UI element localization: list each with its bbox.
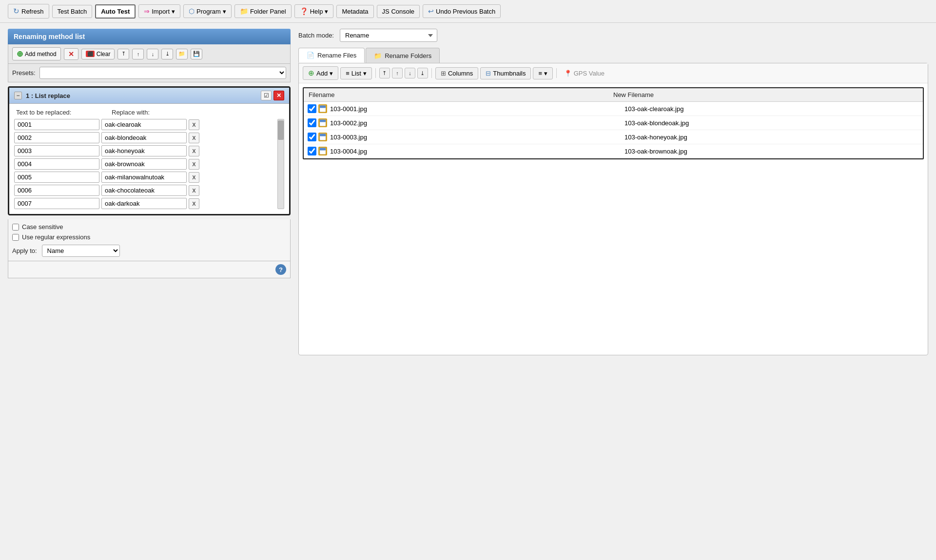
thumbnails-button[interactable]: ⊟ Thumbnails	[480, 67, 531, 79]
case-sensitive-checkbox[interactable]	[12, 224, 19, 231]
file-row[interactable]: 103-0002.jpg 103-oak-blondeoak.jpg	[304, 116, 923, 130]
card-close-button[interactable]: ✕	[273, 91, 284, 100]
file-move-up-button[interactable]: ↑	[392, 68, 403, 78]
replace-input-5[interactable]	[101, 185, 187, 196]
add-file-button[interactable]: ⊕ Add ▾	[303, 66, 338, 80]
file-row[interactable]: 103-0001.jpg 103-oak-clearoak.jpg	[304, 102, 923, 116]
clear-button[interactable]: ⬛ Clear	[81, 49, 115, 59]
file-new-name-1: 103-oak-blondeoak.jpg	[624, 119, 919, 127]
find-input-5[interactable]	[14, 185, 99, 196]
file-rows: 103-0001.jpg 103-oak-clearoak.jpg 103-00…	[304, 102, 923, 158]
col-new-filename-header: New Filename	[613, 91, 918, 98]
file-list-header: Filename New Filename	[304, 88, 923, 102]
file-table-area: ⊕ Add ▾ ≡ List ▾ ⤒ ↑ ↓ ⤓ ⊞ Columns	[298, 63, 928, 355]
file-row[interactable]: 103-0004.jpg 103-oak-brownoak.jpg	[304, 144, 923, 158]
move-up-button[interactable]: ↑	[132, 49, 144, 59]
use-regex-checkbox[interactable]	[12, 234, 19, 241]
card-header: − 1 : List replace ☑ ✕	[9, 88, 289, 104]
find-input-4[interactable]	[14, 172, 99, 183]
file-toolbar: ⊕ Add ▾ ≡ List ▾ ⤒ ↑ ↓ ⤓ ⊞ Columns	[299, 63, 928, 83]
remove-row-button-0[interactable]: X	[189, 119, 199, 130]
apply-to-select[interactable]: Name Extension Name + Extension	[42, 245, 120, 257]
card-title-row: − 1 : List replace	[14, 92, 70, 99]
file-move-top-button[interactable]: ⤒	[379, 68, 390, 78]
remove-row-button-1[interactable]: X	[189, 133, 199, 143]
replace-input-6[interactable]	[101, 198, 187, 209]
file-new-name-0: 103-oak-clearoak.jpg	[624, 105, 919, 113]
help-circle-button[interactable]: ?	[275, 264, 286, 275]
add-method-button[interactable]: ⊕ Add method	[12, 47, 61, 60]
auto-test-button[interactable]: Auto Test	[95, 4, 136, 19]
batch-mode-select[interactable]: Rename Copy Move Link	[340, 29, 437, 42]
program-dropdown-icon: ▾	[223, 8, 226, 15]
tab-rename-folders[interactable]: 📁 Rename Folders	[366, 48, 440, 63]
apply-to-row: Apply to: Name Extension Name + Extensio…	[12, 245, 286, 257]
file-move-bottom-button[interactable]: ⤓	[417, 68, 428, 78]
presets-select[interactable]	[39, 67, 286, 79]
remove-row-button-6[interactable]: X	[189, 198, 199, 209]
replace-rows: X X X X X X X	[14, 119, 274, 209]
find-input-0[interactable]	[14, 119, 99, 130]
card-minimize-button[interactable]: −	[14, 92, 22, 99]
replace-input-4[interactable]	[101, 172, 187, 183]
test-batch-button[interactable]: Test Batch	[52, 5, 93, 18]
presets-label: Presets:	[12, 69, 36, 77]
replace-input-0[interactable]	[101, 119, 187, 130]
metadata-button[interactable]: Metadata	[336, 5, 373, 18]
add-icon: ⊕	[17, 49, 23, 58]
file-icon-0	[318, 104, 327, 113]
save-button[interactable]: 💾	[191, 49, 202, 59]
left-panel: Renaming method list ⊕ Add method ✕ ⬛ Cl…	[8, 29, 291, 278]
delete-button[interactable]: ✕	[64, 48, 78, 60]
help-dropdown-icon: ▾	[325, 8, 328, 15]
svg-rect-1	[320, 106, 326, 108]
remove-row-button-3[interactable]: X	[189, 159, 199, 170]
file-new-name-3: 103-oak-brownoak.jpg	[624, 148, 919, 155]
move-bottom-button[interactable]: ⤓	[161, 49, 173, 59]
move-down-button[interactable]: ↓	[147, 49, 158, 59]
file-icon-3	[318, 147, 327, 155]
remove-row-button-5[interactable]: X	[189, 185, 199, 196]
help-button[interactable]: ❓ Help ▾	[294, 4, 334, 18]
remove-row-button-2[interactable]: X	[189, 146, 199, 156]
find-input-6[interactable]	[14, 198, 99, 209]
list-button[interactable]: ≡ List ▾	[340, 67, 372, 79]
move-top-button[interactable]: ⤒	[117, 49, 129, 59]
file-icon-2	[318, 133, 327, 141]
file-checkbox-0[interactable]	[308, 104, 316, 113]
file-move-down-button[interactable]: ↓	[405, 68, 415, 78]
card-check-button[interactable]: ☑	[261, 91, 272, 100]
thumbnails-icon: ⊟	[486, 70, 491, 77]
undo-button[interactable]: ↩ Undo Previous Batch	[423, 4, 501, 18]
replace-row: X	[14, 185, 274, 196]
folder-panel-button[interactable]: 📁 Folder Panel	[234, 4, 292, 18]
find-input-1[interactable]	[14, 132, 99, 143]
file-checkbox-2[interactable]	[308, 133, 316, 141]
file-checkbox-3[interactable]	[308, 147, 316, 155]
js-console-button[interactable]: JS Console	[377, 5, 420, 18]
gps-icon: 📍	[564, 70, 572, 77]
find-input-3[interactable]	[14, 158, 99, 170]
view-options-button[interactable]: ≡ ▾	[533, 67, 553, 79]
scrollbar-thumb	[278, 120, 284, 140]
replace-row: X	[14, 172, 274, 183]
columns-button[interactable]: ⊞ Columns	[435, 67, 478, 79]
refresh-button[interactable]: ↻ Refresh	[8, 4, 49, 19]
file-icon-1	[318, 118, 327, 127]
scrollbar[interactable]	[277, 119, 284, 209]
remove-row-button-4[interactable]: X	[189, 172, 199, 183]
replace-input-3[interactable]	[101, 158, 187, 170]
add-file-icon: ⊕	[308, 69, 314, 77]
replace-input-1[interactable]	[101, 132, 187, 143]
program-button[interactable]: ⬡ Program ▾	[183, 4, 232, 18]
file-checkbox-1[interactable]	[308, 118, 316, 127]
file-row[interactable]: 103-0003.jpg 103-oak-honeyoak.jpg	[304, 130, 923, 144]
main-layout: Renaming method list ⊕ Add method ✕ ⬛ Cl…	[0, 23, 936, 361]
import-button[interactable]: ⇒ Import ▾	[138, 4, 180, 18]
folder-save-button[interactable]: 📁	[176, 49, 188, 59]
find-input-2[interactable]	[14, 145, 99, 156]
right-panel: Batch mode: Rename Copy Move Link 📄 Rena…	[298, 29, 928, 355]
replace-input-2[interactable]	[101, 145, 187, 156]
toolbar-sep-2	[431, 68, 432, 78]
tab-rename-files[interactable]: 📄 Rename Files	[298, 48, 365, 63]
